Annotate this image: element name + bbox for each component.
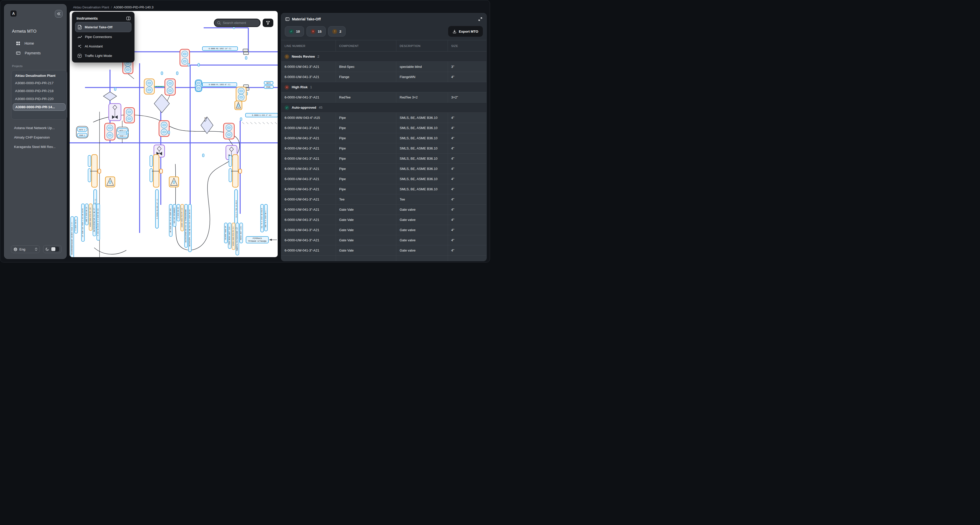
table-cell: Pipe: [336, 133, 396, 143]
search-input[interactable]: [223, 21, 253, 25]
pid-canvas[interactable]: NOTE 2ПРИМ 2NOTE 2ПРИМ 25-343XA-RG-XX5-1…: [70, 11, 278, 257]
table-cell: 6-0000-UW-041-3"-A21: [281, 246, 336, 255]
table-cell: Pipe: [336, 113, 396, 123]
theme-switch[interactable]: [51, 247, 59, 252]
table-cell: 4": [448, 143, 487, 153]
instrument-item-pipe-connections[interactable]: Pipe Connections: [75, 32, 131, 41]
instruments-panel: Instruments Material Take-Off Pipe Conne…: [72, 12, 135, 62]
table-cell: Pipe: [336, 174, 396, 184]
export-mto-button[interactable]: Export MTO: [448, 26, 483, 37]
group-label: Auto-approved: [292, 106, 316, 109]
table-row[interactable]: 6-0000-UW-041-3"-A21PipeSMLS, BE, ASME B…: [281, 184, 487, 194]
table-row[interactable]: 6-0000-UW-041-3"-A21Gate ValeGate valve4…: [281, 246, 487, 255]
panel-left-icon: [285, 17, 290, 21]
svg-text:0)12-9-7XX-16-A5/4: 0)12-9-7XX-16-A5/4: [235, 200, 237, 217]
theme-toggle[interactable]: [43, 245, 62, 253]
counter-chip-needs-review[interactable]: ! 2: [328, 26, 345, 36]
table-row[interactable]: 6-0000-UW-041-3"-A21TeeTee4": [281, 194, 487, 205]
group-row[interactable]: ✓Auto-approved45: [281, 103, 487, 113]
table-cell: 4": [448, 194, 487, 205]
group-count: 1: [310, 85, 312, 89]
table-row[interactable]: 6-0000-UW-041-3"-A21Gate ValeGate valve4…: [281, 225, 487, 235]
svg-text:ПРИМ 2: ПРИМ 2: [79, 135, 85, 136]
group-count: 2: [318, 55, 319, 59]
instrument-label: AI Assistant: [85, 44, 103, 48]
svg-text:NOTE: NOTE: [266, 82, 271, 84]
table-cell: Gate Vale: [336, 215, 396, 225]
double-chevron-left-icon: [57, 12, 60, 15]
expand-icon: [478, 17, 482, 21]
svg-text:FROM MEROX UNIT 214): FROM MEROX UNIT 214): [228, 227, 230, 245]
instrument-label: Material Take-Off: [85, 25, 113, 29]
table-row[interactable]: 6-0000-UW-041-3"-A21Blnd-Specspectable b…: [281, 62, 487, 72]
svg-text:ВЫСОКОСЕРН. ГАЗА НД ГАЗ-ГАЗ 5-: ВЫСОКОСЕРН. ГАЗА НД ГАЗ-ГАЗ 5-343X-HA-04: [189, 209, 190, 246]
table-row[interactable]: 6-0000-UW-041-3"-A21PipeSMLS, BE, ASME B…: [281, 123, 487, 133]
column-header: COMPONENT: [336, 40, 396, 51]
app-logo: Λ: [11, 11, 17, 17]
drawing-item[interactable]: A3080-0003-PID-PR-220: [11, 95, 67, 103]
table-row[interactable]: 6-0000-UW-041-3"-A21PipeSMLS, BE, ASME B…: [281, 143, 487, 154]
table-cell: SMLS, BE, ASME B36.10: [396, 133, 448, 143]
table-cell: SMLS, BE, ASME B36.10: [396, 184, 448, 194]
filter-button[interactable]: [262, 19, 273, 27]
counter-chip-high-risk[interactable]: ✕ 15: [307, 26, 326, 36]
table-row[interactable]: 6-0000-UW-041-3"-A21PipeSMLS, BE, ASME B…: [281, 154, 487, 164]
table-cell: 3": [448, 62, 487, 72]
funnel-icon: [266, 21, 270, 25]
sidebar-item-payments[interactable]: Payments: [4, 48, 66, 58]
table-row[interactable]: 6-0000-UW-041-3"-A21RedTeeRedTee 3×23×2": [281, 92, 487, 103]
instrument-item-material-take-off[interactable]: Material Take-Off: [75, 22, 131, 32]
table-cell: Pipe: [336, 154, 396, 163]
drawing-item[interactable]: A3080-0000-PID-PR-218: [11, 87, 67, 95]
breadcrumb-separator: /: [111, 5, 112, 9]
table-cell: FlangeWN: [396, 72, 448, 82]
table-row[interactable]: [281, 255, 487, 261]
table-header: LINE NUMBER COMPONENT DESCRIPTION SIZE: [281, 40, 487, 52]
table-row[interactable]: 6-0000-UW-041-3"-A21PipeSMLS, BE, ASME B…: [281, 164, 487, 174]
expand-panel-button[interactable]: [478, 17, 482, 21]
table-cell: Pipe: [336, 164, 396, 174]
globe-icon: [14, 247, 18, 251]
status-icon: ✕: [285, 85, 289, 90]
table-cell: 6-0000-UW-041-3"-A21: [281, 154, 336, 163]
drawing-item[interactable]: A3080-0000-PID-PR-217: [11, 79, 67, 87]
svg-text:A3080-0000-PID-PR-135: A3080-0000-PID-PR-135: [89, 208, 91, 227]
table-cell: Tee: [396, 194, 448, 205]
traffic-light-icon: [78, 54, 82, 58]
table-row[interactable]: 6-0000-UW-041-3"-A21PipeSMLS, BE, ASME B…: [281, 133, 487, 143]
instrument-item-ai-assistant[interactable]: AI Assistant: [75, 41, 131, 51]
counter-chip-approved[interactable]: ✓ 10: [285, 26, 304, 36]
project-name[interactable]: Aktau Desalination Plant: [11, 70, 67, 79]
project-item[interactable]: Almaty CHP Expansion: [14, 133, 64, 142]
svg-text:ТРУБНАЯ ЭСТАКАДА: ТРУБНАЯ ЭСТАКАДА: [248, 240, 267, 242]
panel-layout-button[interactable]: [126, 17, 130, 20]
sidebar-item-home[interactable]: Home: [4, 38, 66, 48]
table-cell: 4": [448, 133, 487, 143]
project-item[interactable]: Karaganda Steel Mill Rev...: [14, 142, 64, 152]
table-cell: Flange: [336, 72, 396, 82]
counter-value: 15: [318, 30, 321, 33]
table-row[interactable]: 6-0000-UW-041-3"-A21Gate ValeGate valve4…: [281, 215, 487, 225]
svg-text:A3080-0000-PID-PR-211: A3080-0000-PID-PR-211: [232, 227, 234, 246]
table-row[interactable]: 6-0000-UW-041-3"-A21Gate ValeGate valve4…: [281, 205, 487, 215]
project-item[interactable]: Astana Heat Network Up...: [14, 123, 64, 133]
table-row[interactable]: 6-0000-UW-041-3"-A21PipeSMLS, BE, ASME B…: [281, 174, 487, 184]
language-select[interactable]: Eng: [11, 246, 40, 253]
svg-text:PIPERACK: PIPERACK: [253, 237, 262, 240]
svg-text:ПОДПИТКА РАСТВОРИТЕЛЕМ (ОТ: ПОДПИТКА РАСТВОРИТЕЛЕМ (ОТ: [236, 227, 238, 251]
table-cell: 6-0000-UW-041-3"-A21: [281, 184, 336, 194]
group-row[interactable]: ✕High Risk1: [281, 82, 487, 92]
breadcrumb-project[interactable]: Aktau Desalination Plant: [73, 5, 109, 9]
drawing-item-selected[interactable]: A3080-0000-PID-PR-14...: [13, 103, 65, 111]
sidebar-collapse-button[interactable]: [55, 10, 62, 17]
counter-value: 2: [339, 30, 342, 33]
download-icon: [453, 30, 456, 33]
table-cell: 6-0000-UW-041-3"-A21: [281, 123, 336, 133]
group-row[interactable]: !Needs Review2: [281, 52, 487, 62]
instrument-item-traffic-light-mode[interactable]: Traffic Light Mode: [75, 51, 131, 60]
exclamation-icon: !: [332, 29, 337, 34]
table-row[interactable]: 6-0000-UW-041-3"-A21Gate ValeGate valve4…: [281, 235, 487, 246]
group-label: High Risk: [292, 85, 307, 89]
table-row[interactable]: 6-0000-UW-041-3"-A21FlangeFlangeWN4": [281, 72, 487, 82]
table-row[interactable]: 6-0000-WW-043-4"-A15PipeSMLS, BE, ASME B…: [281, 113, 487, 123]
